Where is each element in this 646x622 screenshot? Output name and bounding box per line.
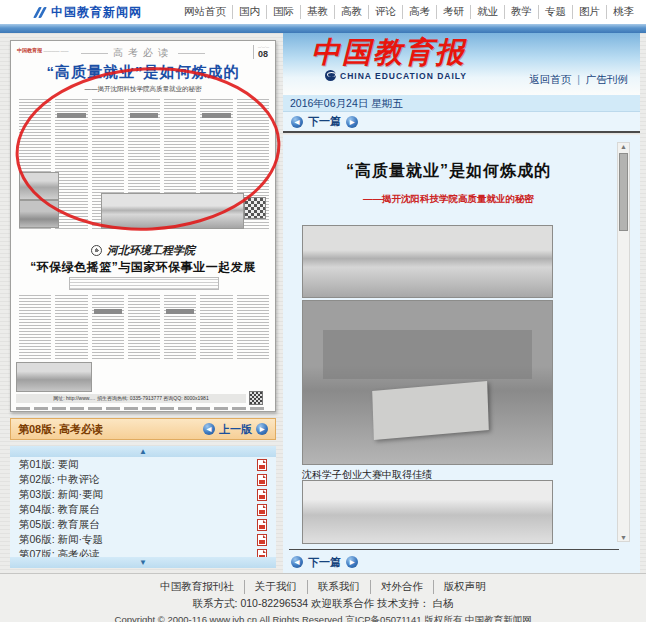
newspaper-article2-intro xyxy=(69,277,219,290)
article-bottom-divider xyxy=(289,549,619,550)
newspaper-page-thumbnail[interactable]: 中国教育报 ———— —— 高考必读 —·—·—08 “高质量就业”是如何炼成的… xyxy=(10,40,276,412)
edition-item-label: 第01版: 要闻 xyxy=(19,458,79,472)
back-to-home-link[interactable]: 返回首页 xyxy=(529,73,571,87)
newspaper-text-column xyxy=(55,99,87,229)
prev-circle-icon[interactable]: ◀ xyxy=(291,556,303,568)
current-edition-label: 第08版: 高考必读 xyxy=(18,422,103,437)
blue-divider-bar xyxy=(0,24,646,33)
nav-home[interactable]: 网站首页 xyxy=(178,5,232,19)
edition-item-01[interactable]: 第01版: 要闻 xyxy=(10,457,276,472)
newspaper-page-number: —·—·—08 xyxy=(253,45,269,59)
next-article-row-bottom: ◀ 下一篇 ▶ xyxy=(283,552,623,572)
newspaper-qr-code-2 xyxy=(249,391,263,405)
footer-contact-line: 联系方式: 010-82296534 欢迎联系合作 技术支持： 白杨 xyxy=(0,597,646,611)
pdf-icon[interactable] xyxy=(257,504,267,516)
scrollbar-up-arrow[interactable]: ▲ xyxy=(618,143,629,150)
next-circle-icon[interactable]: ▶ xyxy=(346,116,358,128)
nav-pictures[interactable]: 图片 xyxy=(572,5,606,19)
article-title: “高质量就业”是如何炼成的 xyxy=(283,161,614,182)
newspaper-subheadline: ——揭开沈阳科技学院高质量就业的秘密 xyxy=(11,85,275,94)
article-image-students-banner xyxy=(302,300,553,465)
newspaper-text-column xyxy=(237,295,269,359)
newspaper-text-column xyxy=(19,295,51,359)
pdf-icon[interactable] xyxy=(257,519,267,531)
newspaper-photo-article2 xyxy=(16,362,92,392)
footer-link-copyright-statement[interactable]: 版权声明 xyxy=(433,580,496,594)
nav-topics[interactable]: 专题 xyxy=(538,5,572,19)
prev-circle-icon[interactable]: ◀ xyxy=(203,423,215,435)
footer-link-press[interactable]: 中国教育报刊社 xyxy=(150,580,244,594)
nav-teaching[interactable]: 教学 xyxy=(504,5,538,19)
globe-icon xyxy=(325,70,336,81)
previous-edition-button[interactable]: ◀ 上一版 ▶ xyxy=(203,422,268,437)
newspaper-text-column xyxy=(164,295,196,359)
article-scrollbar[interactable]: ▲ ▼ xyxy=(617,142,630,542)
edition-item-04[interactable]: 第04版: 教育展台 xyxy=(10,502,276,517)
previous-edition-label: 上一版 xyxy=(219,422,252,437)
footer-link-contact[interactable]: 联系我们 xyxy=(307,580,370,594)
site-logo[interactable]: 中国教育新闻网 xyxy=(34,4,142,21)
paper-header-links: 返回首页 | 广告刊例 xyxy=(529,73,628,87)
edition-item-02[interactable]: 第02版: 中教评论 xyxy=(10,472,276,487)
top-navigation: 网站首页 国内 国际 基教 高教 评论 高考 考研 就业 教学 专题 图片 桃李 xyxy=(178,5,640,19)
next-article-row-top: ◀ 下一篇 ▶ xyxy=(283,112,640,133)
next-circle-icon[interactable]: ▶ xyxy=(256,423,268,435)
ad-rates-link[interactable]: 广告刊例 xyxy=(586,73,628,87)
paper-masthead-logo: 中国教育报 xyxy=(311,33,466,73)
edition-item-06[interactable]: 第06版: 新闻·专题 xyxy=(10,532,276,547)
article-panel: “高质量就业”是如何炼成的 ——揭开沈阳科技学院高质量就业的秘密 沈科学子创业大… xyxy=(283,135,640,573)
footer-copyright-line: Copyright © 2000-116 www.jyb.cn All Righ… xyxy=(0,614,646,622)
newspaper-text-column xyxy=(92,295,124,359)
paper-masthead-en: CHINA EDUCATION DAILY xyxy=(325,70,467,81)
site-logo-icon xyxy=(34,6,47,19)
newspaper-text-column xyxy=(55,295,87,359)
nav-domestic[interactable]: 国内 xyxy=(232,5,266,19)
nav-higher-edu[interactable]: 高教 xyxy=(334,5,368,19)
nav-employment[interactable]: 就业 xyxy=(470,5,504,19)
footer-link-cooperation[interactable]: 对外合作 xyxy=(370,580,433,594)
current-edition-bar: 第08版: 高考必读 ◀ 上一版 ▶ xyxy=(10,418,276,440)
next-circle-icon[interactable]: ▶ xyxy=(346,556,358,568)
scroll-up-arrow[interactable]: ▲ xyxy=(10,446,276,457)
site-footer: 中国教育报刊社 关于我们 联系我们 对外合作 版权声明 联系方式: 010-82… xyxy=(0,573,646,622)
prev-circle-icon[interactable]: ◀ xyxy=(291,116,303,128)
newspaper-text-columns-2 xyxy=(19,295,269,359)
nav-commentary[interactable]: 评论 xyxy=(368,5,402,19)
edition-item-label: 第04版: 教育展台 xyxy=(19,503,100,517)
college-seal-icon xyxy=(91,245,102,256)
newspaper-article2-org: 河北环境工程学院 xyxy=(11,243,275,258)
edition-rows: 第01版: 要闻 第02版: 中教评论 第03版: 新闻·要闻 第04版: 教育… xyxy=(10,457,276,562)
newspaper-text-column xyxy=(128,295,160,359)
newspaper-photo-panorama xyxy=(101,193,244,229)
edition-item-03[interactable]: 第03版: 新闻·要闻 xyxy=(10,487,276,502)
pdf-icon[interactable] xyxy=(257,474,267,486)
scrollbar-thumb[interactable] xyxy=(619,153,628,231)
nav-gaokao[interactable]: 高考 xyxy=(402,5,436,19)
next-article-link-bottom[interactable]: 下一篇 xyxy=(308,555,341,570)
nav-taoli[interactable]: 桃李 xyxy=(606,5,640,19)
scroll-down-arrow[interactable]: ▼ xyxy=(10,557,276,568)
site-topbar: 中国教育新闻网 网站首页 国内 国际 基教 高教 评论 高考 考研 就业 教学 … xyxy=(0,0,646,24)
nav-international[interactable]: 国际 xyxy=(266,5,300,19)
article-subtitle: ——揭开沈阳科技学院高质量就业的秘密 xyxy=(283,193,614,206)
edition-item-label: 第02版: 中教评论 xyxy=(19,473,100,487)
newspaper-contact-line: 网址: http://www.… 招生咨询热线: 0335-7913777 咨询… xyxy=(16,394,246,403)
next-article-link-top[interactable]: 下一篇 xyxy=(308,114,341,129)
page-root: 中国教育新闻网 网站首页 国内 国际 基教 高教 评论 高考 考研 就业 教学 … xyxy=(0,0,646,622)
newspaper-masthead-small: 中国教育报 ———— —— xyxy=(17,47,69,53)
pdf-icon[interactable] xyxy=(257,534,267,546)
nav-basic-edu[interactable]: 基教 xyxy=(300,5,334,19)
pdf-icon[interactable] xyxy=(257,459,267,471)
scrollbar-down-arrow[interactable]: ▼ xyxy=(618,534,629,541)
newspaper-text-column xyxy=(200,295,232,359)
edition-item-05[interactable]: 第05版: 教育展台 xyxy=(10,517,276,532)
pdf-icon[interactable] xyxy=(257,489,267,501)
footer-links: 中国教育报刊社 关于我们 联系我们 对外合作 版权声明 xyxy=(0,580,646,594)
newspaper-section-label: 高考必读 xyxy=(81,46,205,60)
newspaper-photo-campus-1 xyxy=(19,172,59,200)
content-area: 中国教育报 ———— —— 高考必读 —·—·—08 “高质量就业”是如何炼成的… xyxy=(0,33,646,573)
date-bar: 2016年06月24日 星期五 xyxy=(283,95,640,112)
footer-link-about[interactable]: 关于我们 xyxy=(244,580,307,594)
nav-kaoyan[interactable]: 考研 xyxy=(436,5,470,19)
edition-item-label: 第05版: 教育展台 xyxy=(19,518,100,532)
